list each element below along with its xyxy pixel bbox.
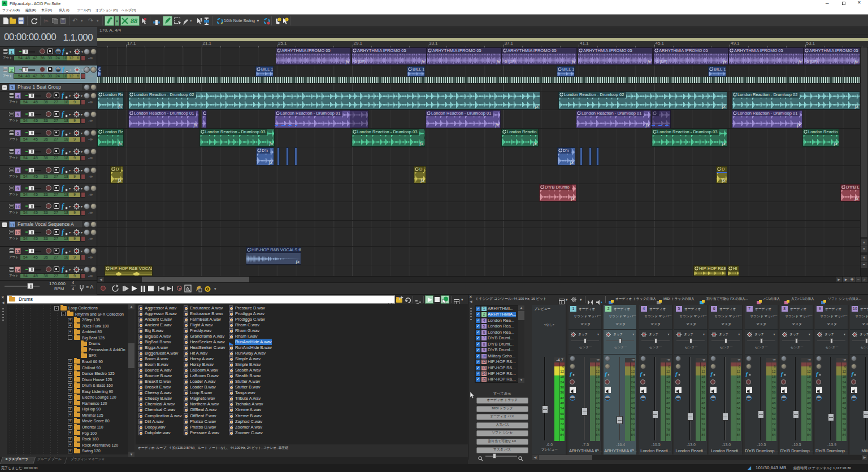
svg-text:88: 88	[131, 18, 138, 24]
